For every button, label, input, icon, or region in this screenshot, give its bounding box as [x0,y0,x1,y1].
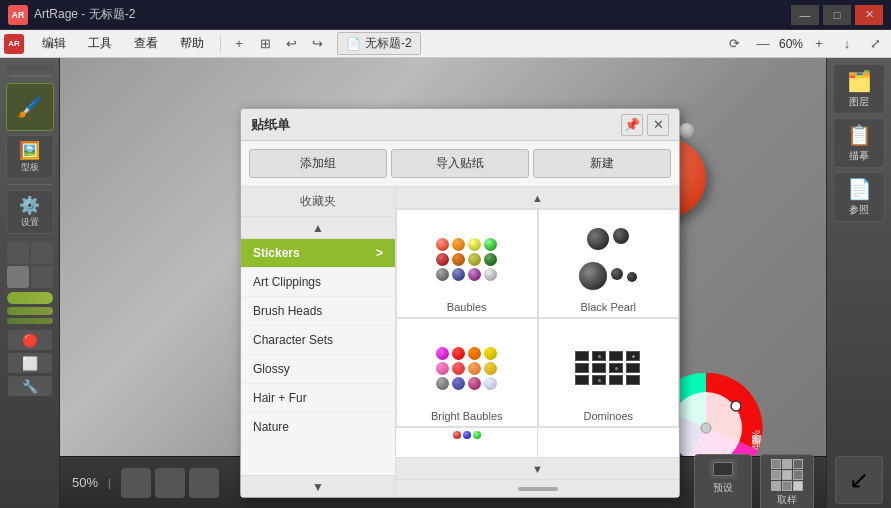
close-button[interactable]: ✕ [855,5,883,25]
dialog-bottom-scroll[interactable] [396,479,679,497]
partial-cell-1[interactable] [396,428,538,457]
menu-help[interactable]: 帮助 [170,32,214,55]
preset-label: 预设 [713,481,733,495]
p-b-2 [463,431,471,439]
sticker-row-partial [396,427,679,457]
tool-undo[interactable]: ↩ [279,33,303,55]
menu-item-art-clippings[interactable]: Art Clippings [241,268,395,297]
partial-cell-2[interactable] [538,428,679,457]
expand-button[interactable]: ⤢ [863,33,887,55]
import-sticker-button[interactable]: 导入贴纸 [391,149,529,178]
menu-tools[interactable]: 工具 [78,32,122,55]
menu-item-glossy[interactable]: Glossy [241,355,395,384]
bottom-tool-2[interactable] [155,468,185,498]
tool-move[interactable]: + [227,33,251,55]
tool-template[interactable]: 🖼️ 型板 [6,135,54,179]
dialog-title-bar: 贴纸单 📌 ✕ [241,109,679,141]
bright-grid [436,347,498,390]
dialog-right-scroll-up[interactable]: ▲ [396,187,679,209]
dialog-scroll-up[interactable]: ▲ [241,217,395,239]
menu-item-nature[interactable]: Nature [241,413,395,442]
sticker-baubles[interactable]: Baubles [396,209,538,318]
tool-1[interactable] [7,242,29,264]
sample-cell-1 [771,459,781,469]
left-toolbar: 🖌️ 🖼️ 型板 ⚙️ 设置 [0,58,60,508]
black-pearl-preview [568,219,648,299]
menu-item-hair-fur[interactable]: Hair + Fur [241,384,395,413]
toolbar-slider[interactable] [6,65,54,71]
baubles-name: Baubles [447,301,487,313]
minimize-button[interactable]: — [791,5,819,25]
pearl-container [573,228,643,290]
menu-edit[interactable]: 编辑 [32,32,76,55]
sample-button[interactable]: 取样 [760,454,814,509]
bauble-12 [484,268,497,281]
tool-redo[interactable]: ↪ [305,33,329,55]
pearl-5 [627,272,637,282]
new-button[interactable]: 新建 [533,149,671,178]
tool-7[interactable]: 🔧 [8,376,52,396]
menu-item-stickers[interactable]: Stickers > [241,239,395,268]
domino-10 [592,375,606,385]
rotate-button[interactable]: ⟳ [723,33,747,55]
menu-view[interactable]: 查看 [124,32,168,55]
bottom-tool-1[interactable] [121,468,151,498]
sticker-dialog: 贴纸单 📌 ✕ 添加组 导入贴纸 新建 收藏夹 ▲ Stickers > [240,108,680,498]
sample-cell-2 [782,459,792,469]
bright-1 [436,347,449,360]
trace-button[interactable]: 📋 描摹 [833,118,885,168]
app-logo: AR [8,5,28,25]
svg-point-2 [701,423,711,433]
add-group-button[interactable]: 添加组 [249,149,387,178]
maximize-button[interactable]: □ [823,5,851,25]
preset-icon-inner [713,462,733,476]
tool-settings[interactable]: ⚙️ 设置 [6,190,54,234]
download-button[interactable]: ↓ [835,33,859,55]
bottom-tool-3[interactable] [189,468,219,498]
dialog-pin-button[interactable]: 📌 [621,114,643,136]
sticker-black-pearl[interactable]: Black Pearl [538,209,680,318]
preset-button[interactable]: 预设 [694,454,752,509]
tool-template-label: 型板 [11,161,49,174]
bottom-right-button[interactable]: ↙ [835,456,883,504]
reference-button[interactable]: 📄 参照 [833,172,885,222]
dialog-left-panel: 收藏夹 ▲ Stickers > Art Clippings Brush Hea… [241,187,396,497]
sample-grid [771,459,803,491]
tool-5[interactable]: 🔴 [8,330,52,350]
canvas-ball-gray2 [679,123,694,138]
sticker-dominoes[interactable]: Dominoes [538,318,680,427]
menu-item-brush-heads[interactable]: Brush Heads [241,297,395,326]
trace-label: 描摹 [849,149,869,163]
black-pearl-name: Black Pearl [580,301,636,313]
dialog-right-scroll-down[interactable]: ▼ [396,457,679,479]
sticker-grid: Baubles [396,209,679,427]
tool-grid[interactable]: ⊞ [253,33,277,55]
zoom-out-button[interactable]: — [751,33,775,55]
title-bar: AR ArtRage - 无标题-2 — □ ✕ [0,0,891,30]
toolbar-divider-2 [9,184,51,185]
brush-1 [7,292,53,304]
zoom-in-button[interactable]: + [807,33,831,55]
pearl-4 [611,268,623,280]
domino-3 [609,351,623,361]
bauble-3 [468,238,481,251]
tool-paint[interactable]: 🖌️ [6,83,54,131]
tool-6[interactable]: ⬜ [8,353,52,373]
domino-5 [575,363,589,373]
layers-button[interactable]: 🗂️ 图层 [833,64,885,114]
sticker-bright-baubles[interactable]: Bright Baubles [396,318,538,427]
brush-images [7,292,53,324]
dialog-left-scroll-down[interactable]: ▼ [241,475,395,497]
file-icon: 📄 [346,37,361,51]
domino-2 [592,351,606,361]
tool-3[interactable] [7,266,29,288]
menu-separator-1 [220,35,221,53]
tool-2[interactable] [31,242,53,264]
domino-12 [626,375,640,385]
bright-10 [452,377,465,390]
menu-item-character-sets[interactable]: Character Sets [241,326,395,355]
tool-4[interactable] [31,266,53,288]
dialog-close-button[interactable]: ✕ [647,114,669,136]
canvas-area[interactable]: 金属感 47% 50% | 预设 [60,58,826,508]
reference-icon: 📄 [847,177,872,201]
